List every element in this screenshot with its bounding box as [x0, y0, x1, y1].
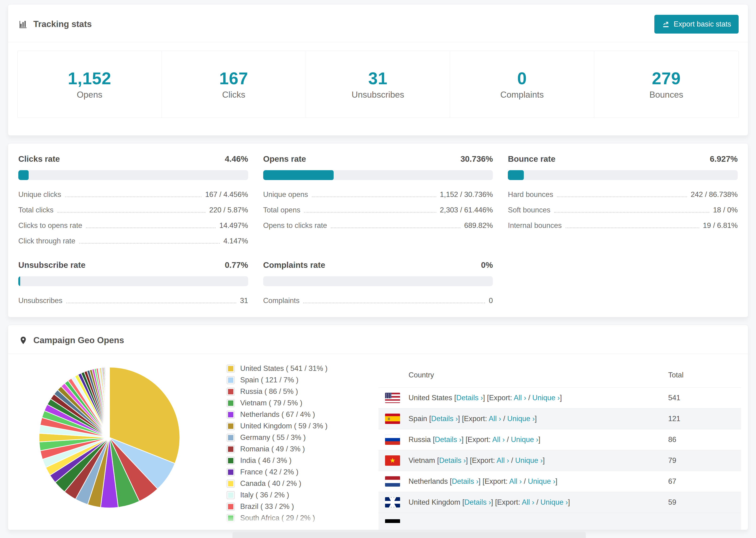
summary-stat-card: 279 Bounces	[594, 51, 738, 118]
geo-table: Country Total United States [Details ›] …	[378, 356, 741, 530]
tracking-stats-card: Tracking stats Export basic stats 1,152 …	[8, 4, 748, 136]
bracket-close-text: ]	[568, 498, 570, 506]
geo-table-row: United States [Details ›] [Export: All ›…	[378, 387, 741, 408]
progress-bar-fill	[18, 170, 28, 180]
legend-item[interactable]: Canada ( 40 / 2% )	[227, 479, 373, 488]
rate-detail-row: Clicks to opens rate 14.497%	[18, 221, 248, 230]
country-flag-icon	[385, 456, 400, 466]
legend-item[interactable]: United States ( 541 / 31% )	[227, 364, 373, 373]
stat-value: 0	[517, 69, 527, 88]
stat-value: 167	[219, 69, 248, 88]
rate-detail-label: Total opens	[263, 206, 300, 214]
legend-label: Romania ( 49 / 3% )	[240, 445, 305, 453]
legend-label: India ( 46 / 3% )	[240, 456, 292, 465]
legend-swatch	[227, 377, 234, 384]
legend-label: South Africa ( 29 / 2% )	[240, 514, 315, 522]
campaign-geo-opens-card: Campaign Geo Opens United States ( 541 /…	[8, 325, 748, 530]
legend-swatch	[227, 503, 234, 510]
rate-detail-label: Unsubscribes	[18, 296, 63, 305]
stat-value: 279	[652, 69, 681, 88]
rate-detail-label: Unique opens	[263, 190, 308, 199]
details-link[interactable]: Details ›	[452, 477, 478, 485]
rate-value: 6.927%	[710, 154, 738, 164]
total-cell: 67	[668, 477, 731, 486]
country-cell: Netherlands [Details ›] [Export: All › /…	[408, 477, 668, 486]
rate-detail-label: Opens to clicks rate	[263, 221, 327, 230]
rate-detail-label: Hard bounces	[508, 190, 553, 199]
rate-title: Complaints rate	[263, 260, 325, 270]
details-link[interactable]: Details ›	[464, 498, 491, 506]
legend-item[interactable]: Spain ( 121 / 7% )	[227, 376, 373, 384]
export-all-link[interactable]: All ›	[489, 414, 501, 423]
slash-text: /	[534, 498, 540, 506]
details-link[interactable]: Details ›	[439, 456, 466, 464]
export-unique-link[interactable]: Unique ›	[528, 477, 555, 485]
rate-detail-label: Internal bounces	[508, 221, 562, 230]
legend-item[interactable]: Netherlands ( 67 / 4% )	[227, 410, 373, 419]
legend-item[interactable]: Brazil ( 33 / 2% )	[227, 502, 373, 511]
details-link[interactable]: Details ›	[456, 394, 483, 402]
details-link[interactable]: Details ›	[431, 414, 458, 423]
dotted-leader	[331, 226, 460, 228]
bracket-text: [	[460, 498, 464, 506]
rate-detail-row: Unique opens 1,152 / 30.736%	[263, 190, 493, 199]
bracket-text: [	[435, 456, 439, 464]
country-flag-icon	[385, 497, 400, 508]
summary-stat-card: 167 Clicks	[162, 51, 306, 118]
export-unique-link[interactable]: Unique ›	[540, 498, 568, 506]
slash-text: /	[522, 477, 528, 485]
rate-detail-rows: Unique clicks 167 / 4.456% Total clicks …	[18, 190, 248, 245]
bar-chart-icon	[18, 19, 28, 29]
export-all-link[interactable]: All ›	[497, 456, 509, 464]
legend-item[interactable]: United Kingdom ( 59 / 3% )	[227, 422, 373, 430]
export-all-link[interactable]: All ›	[509, 477, 522, 485]
export-all-link[interactable]: All ›	[514, 394, 526, 402]
geo-body: United States ( 541 / 31% ) Spain ( 121 …	[8, 354, 748, 530]
rate-detail-row: Unique clicks 167 / 4.456%	[18, 190, 248, 199]
legend-item[interactable]: Germany ( 55 / 3% )	[227, 433, 373, 442]
export-unique-link[interactable]: Unique ›	[532, 394, 560, 402]
country-flag-icon	[385, 413, 400, 424]
legend-item[interactable]: Russia ( 86 / 5% )	[227, 387, 373, 396]
rate-detail-value: 220 / 5.87%	[209, 206, 248, 214]
legend-item[interactable]: Vietnam ( 79 / 5% )	[227, 399, 373, 407]
rate-detail-row: Total clicks 220 / 5.87%	[18, 206, 248, 214]
export-all-link[interactable]: All ›	[522, 498, 534, 506]
export-basic-stats-button[interactable]: Export basic stats	[654, 15, 739, 33]
geo-table-row: Vietnam [Details ›] [Export: All › / Uni…	[378, 450, 741, 471]
rate-detail-rows: Hard bounces 242 / 86.738% Soft bounces …	[508, 190, 738, 230]
progress-bar-track	[263, 276, 493, 286]
country-flag-icon	[385, 476, 400, 487]
dotted-leader	[86, 226, 216, 228]
country-cell: Russia [Details ›] [Export: All › / Uniq…	[408, 435, 668, 444]
export-all-link[interactable]: All ›	[492, 435, 505, 444]
export-prefix-text: ] [Export:	[461, 435, 492, 444]
bracket-close-text: ]	[543, 456, 545, 464]
stat-label: Bounces	[649, 90, 683, 100]
legend-label: United States ( 541 / 31% )	[240, 364, 328, 373]
slash-text: /	[509, 456, 515, 464]
bracket-text: [	[427, 414, 431, 423]
rate-title: Unsubscribe rate	[18, 260, 85, 270]
page-title-text: Tracking stats	[33, 19, 92, 29]
country-flag-icon	[385, 393, 400, 403]
geo-table-row-partial	[378, 512, 741, 530]
export-unique-link[interactable]: Unique ›	[515, 456, 543, 464]
summary-stat-card: 1,152 Opens	[18, 51, 162, 118]
bracket-text: [	[452, 394, 456, 402]
country-name: Russia	[408, 435, 431, 444]
legend-item[interactable]: India ( 46 / 3% )	[227, 456, 373, 465]
progress-bar-fill	[508, 170, 524, 180]
legend-item[interactable]: France ( 42 / 2% )	[227, 468, 373, 476]
export-unique-link[interactable]: Unique ›	[511, 435, 538, 444]
export-unique-link[interactable]: Unique ›	[507, 414, 535, 423]
legend-item[interactable]: Romania ( 49 / 3% )	[227, 445, 373, 453]
details-link[interactable]: Details ›	[435, 435, 461, 444]
bracket-close-text: ]	[535, 414, 537, 423]
legend-item[interactable]: Italy ( 36 / 2% )	[227, 491, 373, 499]
rate-detail-row: Internal bounces 19 / 6.81%	[508, 221, 738, 230]
legend-item[interactable]: South Africa ( 29 / 2% )	[227, 514, 373, 522]
country-cell: United Kingdom [Details ›] [Export: All …	[408, 498, 668, 507]
rate-value: 0%	[481, 260, 493, 270]
country-cell: Vietnam [Details ›] [Export: All › / Uni…	[408, 456, 668, 465]
